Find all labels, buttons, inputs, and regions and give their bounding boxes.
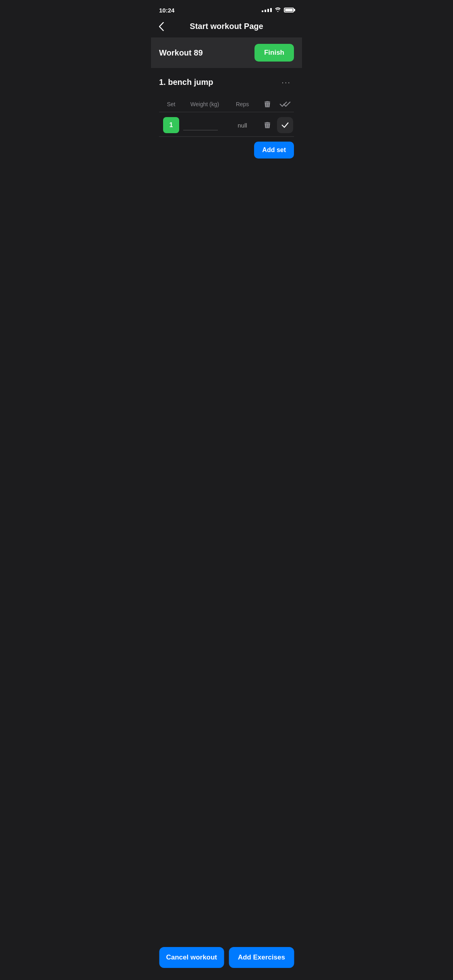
workout-header: Workout 89 Finish: [151, 37, 302, 68]
exercise-section: 1. bench jump ··· Set Weight (kg) Reps 1…: [151, 68, 302, 159]
signal-dot-2: [265, 10, 266, 12]
table-header: Set Weight (kg) Reps: [159, 97, 294, 112]
battery-icon: [284, 8, 294, 12]
col-delete-header: [259, 100, 276, 109]
exercise-header: 1. bench jump ···: [159, 76, 294, 89]
reps-value: null: [226, 122, 259, 129]
trash-header-icon: [263, 100, 271, 109]
page-title: Start workout Page: [190, 22, 263, 31]
add-set-container: Add set: [159, 137, 294, 159]
signal-dot-3: [267, 9, 269, 12]
trash-row-icon: [263, 121, 271, 130]
col-check-header: [276, 100, 294, 109]
signal-dots-icon: [262, 8, 272, 12]
set-number-badge: 1: [163, 117, 179, 133]
nav-header: Start workout Page: [151, 18, 302, 37]
exercise-name-text: bench jump: [168, 78, 213, 86]
check-icon: [281, 121, 290, 130]
status-icons: [262, 7, 294, 14]
delete-set-button[interactable]: [259, 121, 276, 130]
col-reps-header: Reps: [226, 101, 259, 107]
weight-input[interactable]: [183, 120, 218, 130]
status-bar: 10:24: [151, 0, 302, 18]
more-options-button[interactable]: ···: [278, 76, 294, 89]
table-row: 1 null: [159, 114, 294, 137]
finish-button[interactable]: Finish: [254, 44, 294, 62]
double-check-header-icon: [279, 100, 291, 109]
signal-dot-4: [270, 8, 272, 12]
wifi-icon: [274, 7, 281, 14]
check-btn[interactable]: [277, 117, 293, 133]
status-time: 10:24: [159, 7, 174, 14]
battery-fill: [285, 9, 293, 11]
signal-dot-1: [262, 10, 263, 12]
exercise-number: 1.: [159, 78, 168, 86]
workout-name: Workout 89: [159, 48, 203, 58]
delete-row-btn[interactable]: [263, 121, 271, 130]
col-set-header: Set: [159, 101, 183, 107]
back-button[interactable]: [157, 21, 165, 33]
complete-set-button[interactable]: [276, 117, 294, 133]
add-set-button[interactable]: Add set: [254, 142, 294, 159]
exercise-name: 1. bench jump: [159, 78, 213, 87]
col-weight-header: Weight (kg): [183, 101, 226, 107]
